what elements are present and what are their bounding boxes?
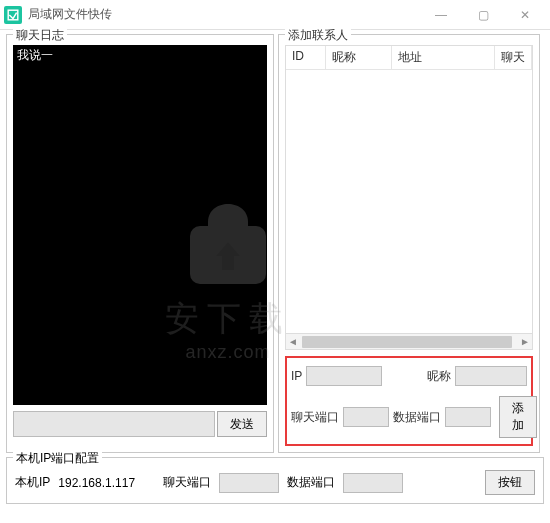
ip-config-legend: 本机IP端口配置 <box>13 450 102 467</box>
chat-message-input[interactable] <box>13 411 215 437</box>
ip-input[interactable] <box>306 366 382 386</box>
scroll-right-icon[interactable]: ► <box>518 336 532 347</box>
contacts-list-header: ID 昵称 地址 聊天 <box>286 46 532 70</box>
col-id[interactable]: ID <box>286 46 326 69</box>
chat-log-group: 聊天日志 我说一 发送 <box>6 34 274 453</box>
contacts-legend: 添加联系人 <box>285 27 351 44</box>
nickname-input[interactable] <box>455 366 527 386</box>
app-icon <box>4 6 22 24</box>
chat-log-legend: 聊天日志 <box>13 27 67 44</box>
local-ip-label: 本机IP <box>15 474 50 491</box>
cfg-chatport-label: 聊天端口 <box>163 474 211 491</box>
nickname-label: 昵称 <box>427 368 451 385</box>
left-column: 聊天日志 我说一 发送 <box>6 34 274 453</box>
add-row-2: 聊天端口 数据端口 添加 <box>291 396 527 438</box>
dataport-input[interactable] <box>445 407 491 427</box>
minimize-button[interactable]: — <box>420 1 462 29</box>
contacts-list-body[interactable] <box>286 70 532 333</box>
add-button[interactable]: 添加 <box>499 396 537 438</box>
right-column: 添加联系人 ID 昵称 地址 聊天 ◄ ► IP <box>278 34 540 453</box>
main-content: 聊天日志 我说一 发送 添加联系人 ID 昵称 地址 聊天 ◄ <box>0 30 550 453</box>
add-contact-form: IP 昵称 聊天端口 数据端口 添加 <box>285 356 533 446</box>
chatport-label: 聊天端口 <box>291 409 339 426</box>
close-button[interactable]: ✕ <box>504 1 546 29</box>
local-ip-value: 192.168.1.117 <box>58 476 135 490</box>
contacts-list: ID 昵称 地址 聊天 ◄ ► <box>285 45 533 350</box>
cfg-dataport-input[interactable] <box>343 473 403 493</box>
col-address[interactable]: 地址 <box>392 46 495 69</box>
scroll-left-icon[interactable]: ◄ <box>286 336 300 347</box>
cfg-button[interactable]: 按钮 <box>485 470 535 495</box>
col-nickname[interactable]: 昵称 <box>326 46 392 69</box>
contacts-group: 添加联系人 ID 昵称 地址 聊天 ◄ ► IP <box>278 34 540 453</box>
ip-label: IP <box>291 369 302 383</box>
maximize-button[interactable]: ▢ <box>462 1 504 29</box>
title-bar: 局域网文件快传 — ▢ ✕ <box>0 0 550 30</box>
cfg-chatport-input[interactable] <box>219 473 279 493</box>
chat-log-area[interactable]: 我说一 <box>13 45 267 405</box>
window-title: 局域网文件快传 <box>28 6 420 23</box>
cfg-dataport-label: 数据端口 <box>287 474 335 491</box>
ip-config-group: 本机IP端口配置 本机IP 192.168.1.117 聊天端口 数据端口 按钮 <box>6 457 544 504</box>
col-chatport[interactable]: 聊天 <box>495 46 532 69</box>
chatport-input[interactable] <box>343 407 389 427</box>
dataport-label: 数据端口 <box>393 409 441 426</box>
chat-input-row: 发送 <box>13 411 267 437</box>
horizontal-scrollbar[interactable]: ◄ ► <box>286 333 532 349</box>
window-buttons: — ▢ ✕ <box>420 1 546 29</box>
send-button[interactable]: 发送 <box>217 411 267 437</box>
scroll-thumb[interactable] <box>302 336 512 348</box>
add-row-1: IP 昵称 <box>291 366 527 386</box>
